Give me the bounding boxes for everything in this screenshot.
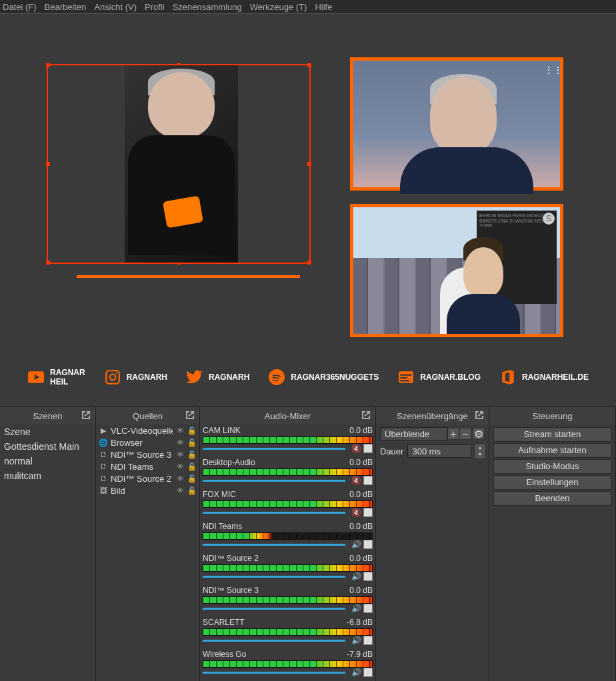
mute-icon[interactable]: 🔇 [351, 444, 361, 453]
source-item[interactable]: 🗋NDI™ Source 2👁🔓 [96, 472, 199, 484]
mixer-header[interactable]: Audio-Mixer [200, 407, 375, 424]
popout-icon[interactable] [474, 410, 485, 420]
mute-icon[interactable]: 🔇 [351, 508, 361, 517]
source-item[interactable]: ▶VLC-Videoquelle👁🔓 [96, 424, 199, 436]
visibility-icon[interactable]: 👁 [175, 474, 185, 482]
popout-icon[interactable] [185, 410, 195, 420]
preview-thumb-skype[interactable]: BERLIN MIAMI PARIS MOSCOW BARCELONA SHAN… [350, 204, 563, 337]
volume-slider[interactable]: 🔊 [203, 574, 373, 579]
visibility-icon[interactable]: 👁 [175, 450, 185, 458]
channel-db: 0.0 dB [349, 490, 373, 499]
channel-name: NDI Teams [203, 522, 242, 531]
channel-settings-icon[interactable] [363, 508, 373, 517]
channel-settings-icon[interactable] [363, 540, 373, 549]
transition-add-remove[interactable]: +− [447, 428, 471, 440]
source-item[interactable]: 🗋NDI Teams👁🔓 [96, 460, 199, 472]
skype-icon: S [543, 213, 555, 225]
speaker-icon[interactable]: 🔊 [351, 572, 361, 581]
source-item[interactable]: 🗋NDI™ Source 3👁🔓 [96, 448, 199, 460]
lock-icon[interactable]: 🔓 [187, 462, 197, 471]
menu-tools[interactable]: Werkzeuge (T) [250, 2, 307, 12]
scene-item[interactable]: normal [0, 454, 95, 468]
source-item[interactable]: 🖼Bild👁🔓 [96, 484, 199, 496]
source-type-icon: 🖼 [99, 486, 108, 494]
lock-icon[interactable]: 🔓 [187, 450, 197, 459]
source-item[interactable]: 🌐Browser👁🔓 [96, 436, 199, 448]
social-blog: RAGNAR.BLOG [397, 368, 481, 386]
visibility-icon[interactable]: 👁 [175, 486, 185, 494]
duration-input[interactable]: 300 ms [407, 444, 471, 458]
control-button[interactable]: Stream starten [493, 427, 611, 442]
social-label: RAGNARH [127, 372, 167, 382]
duration-label: Dauer [380, 446, 403, 456]
menu-edit[interactable]: Bearbeiten [45, 2, 87, 12]
source-name: NDI™ Source 3 [111, 450, 173, 460]
visibility-icon[interactable]: 👁 [175, 462, 185, 470]
control-button[interactable]: Studio-Modus [493, 459, 611, 474]
speaker-icon[interactable]: 🔊 [351, 540, 361, 549]
control-button[interactable]: Beenden [493, 491, 611, 506]
volume-slider[interactable]: 🔇 [203, 510, 373, 515]
volume-slider[interactable]: 🔇 [203, 478, 373, 483]
scene-item[interactable]: Gottesdienst Main [0, 439, 95, 454]
volume-slider[interactable]: 🔊 [203, 638, 373, 643]
control-button[interactable]: Einstellungen [493, 475, 611, 490]
selected-source-box[interactable] [47, 64, 311, 264]
level-meter [203, 500, 373, 508]
preview-canvas[interactable]: ⋮⋮ BERLIN MIAMI PARIS MOSCOW BARCELONA S… [40, 54, 576, 393]
scene-item[interactable]: mulitcam [0, 468, 95, 483]
channel-settings-icon[interactable] [363, 572, 373, 581]
channel-settings-icon[interactable] [363, 476, 373, 485]
transition-settings[interactable]: ⚙ [473, 428, 485, 440]
lock-icon[interactable]: 🔓 [187, 426, 197, 435]
source-type-icon: ▶ [99, 426, 108, 435]
channel-settings-icon[interactable] [363, 604, 373, 613]
source-type-icon: 🗋 [99, 474, 108, 482]
menu-profile[interactable]: Profil [145, 2, 165, 12]
volume-slider[interactable]: 🔇 [203, 446, 373, 451]
channel-settings-icon[interactable] [363, 668, 373, 677]
speaker-icon[interactable]: 🔊 [351, 604, 361, 613]
menu-file[interactable]: Datei (F) [3, 2, 37, 12]
scenes-header[interactable]: Szenen [0, 407, 95, 424]
lock-icon[interactable]: 🔓 [187, 474, 197, 483]
volume-slider[interactable]: 🔊 [203, 542, 373, 547]
volume-slider[interactable]: 🔊 [203, 670, 373, 675]
speaker-icon[interactable]: 🔊 [351, 668, 361, 677]
channel-settings-icon[interactable] [363, 444, 373, 453]
level-meter [203, 564, 373, 572]
svg-point-0 [269, 369, 285, 385]
channel-db: 0.0 dB [349, 554, 373, 563]
visibility-icon[interactable]: 👁 [175, 438, 185, 446]
menu-scenes[interactable]: Szenensammlung [173, 2, 242, 12]
sources-header[interactable]: Quellen [96, 407, 199, 424]
menu-view[interactable]: Ansicht (V) [94, 2, 137, 12]
lock-icon[interactable]: 🔓 [187, 486, 197, 495]
transition-select[interactable]: Überblende [380, 427, 447, 440]
duration-stepper[interactable]: ▲▼ [475, 444, 485, 458]
volume-slider[interactable]: 🔊 [203, 606, 373, 611]
transitions-dock: Szenenübergänge Überblende +− ⚙ Dauer 30… [376, 407, 489, 681]
social-label: RAGNAR HEIL [50, 368, 85, 386]
scene-item[interactable]: Szene [0, 424, 95, 439]
control-button[interactable]: Aufnahme starten [493, 443, 611, 458]
controls-header[interactable]: Steuerung [489, 407, 615, 424]
mute-icon[interactable]: 🔇 [351, 476, 361, 485]
controls-dock: Steuerung Stream startenAufnahme starten… [489, 407, 616, 681]
popout-icon[interactable] [361, 410, 371, 420]
transitions-header[interactable]: Szenenübergänge [376, 407, 489, 424]
popout-icon[interactable] [81, 410, 91, 420]
spotify-icon [268, 368, 285, 386]
scenes-dock: Szenen SzeneGottesdienst Mainnormalmulit… [0, 407, 96, 681]
lock-icon[interactable]: 🔓 [187, 438, 197, 447]
channel-db: -7.9 dB [347, 650, 373, 659]
preview-area[interactable]: ⋮⋮ BERLIN MIAMI PARIS MOSCOW BARCELONA S… [0, 13, 616, 406]
channel-db: 0.0 dB [349, 522, 373, 531]
visibility-icon[interactable]: 👁 [175, 426, 185, 434]
mixer-channel: NDI Teams0.0 dB🔊 [200, 520, 375, 552]
speaker-icon[interactable]: 🔊 [351, 636, 361, 645]
menu-help[interactable]: Hilfe [315, 2, 332, 12]
channel-settings-icon[interactable] [363, 636, 373, 645]
svg-rect-2 [401, 374, 412, 376]
preview-thumb-teams[interactable]: ⋮⋮ [350, 57, 563, 191]
